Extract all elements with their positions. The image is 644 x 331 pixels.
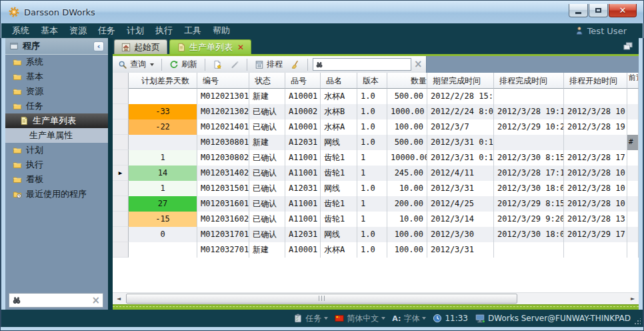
cell-expect[interactable]: 2012/4/11 [427, 166, 494, 181]
cell-extra[interactable] [627, 166, 639, 181]
cell-qty[interactable]: 10000.00 [387, 150, 427, 166]
cell-sched_start[interactable]: 2012/3/28 10:52 [564, 196, 627, 212]
cell-no[interactable]: M012030802 [197, 150, 249, 166]
cell-version[interactable]: 1.0 [357, 242, 387, 258]
sidebar-search-clear-icon[interactable]: × [91, 296, 100, 306]
cell-diff[interactable] [129, 135, 197, 150]
menu-item-0[interactable]: 系统 [12, 25, 29, 37]
cell-no[interactable]: M012021302 [197, 104, 249, 119]
cell-version[interactable]: 1 [357, 166, 387, 181]
table-row-8[interactable]: -15M012031602已确认A11001齿轮1110.002012/3/14… [113, 212, 639, 227]
cell-item_name[interactable]: 网线 [321, 181, 357, 196]
table-row-7[interactable]: 27M012031601已确认A11001齿轮11200.002012/4/25… [113, 196, 639, 212]
cell-sched_end[interactable]: 2012/3/28 19:10 [494, 104, 564, 119]
cell-item_name[interactable]: 网线 [321, 135, 357, 150]
horizontal-scrollbar[interactable]: ◄ ► [113, 292, 639, 304]
cell-no[interactable]: M012031501 [197, 181, 249, 196]
cell-no[interactable]: M012031602 [197, 212, 249, 227]
cell-no[interactable]: M012031402 [197, 166, 249, 181]
menu-item-2[interactable]: 资源 [69, 25, 87, 37]
tab-1[interactable]: 生产单列表✕ [169, 39, 251, 54]
cell-item_name[interactable]: 水杯A [321, 119, 357, 135]
cell-qty[interactable]: 10.00 [387, 212, 427, 227]
cell-qty[interactable]: 100.00 [387, 242, 427, 258]
cell-diff[interactable] [129, 89, 197, 104]
cell-diff[interactable]: 27 [129, 196, 197, 212]
row-selector[interactable] [113, 212, 129, 227]
cell-qty[interactable]: 245.00 [387, 166, 427, 181]
sidebar-item-6[interactable]: 计划 [5, 143, 108, 157]
cell-status[interactable]: 已确认 [249, 166, 285, 181]
cell-qty[interactable]: 100.00 [387, 227, 427, 242]
scroll-left-button[interactable]: ◄ [113, 293, 125, 305]
row-selector[interactable] [113, 150, 129, 166]
scrollbar-thumb[interactable] [126, 294, 517, 304]
cell-item_no[interactable]: A10001 [285, 89, 321, 104]
cell-sched_start[interactable] [564, 242, 627, 258]
cell-item_no[interactable]: A11001 [285, 166, 321, 181]
cell-item_name[interactable]: 齿轮1 [321, 150, 357, 166]
cell-diff[interactable]: 1 [129, 181, 197, 196]
cell-sched_end[interactable]: 2012/3/28 17:13 [494, 166, 564, 181]
row-selector[interactable] [113, 227, 129, 242]
cell-status[interactable]: 新建 [249, 242, 285, 258]
edit-button-disabled[interactable] [227, 59, 242, 71]
scrollbar-track[interactable] [125, 293, 627, 305]
cell-expect[interactable]: 2012/2/24 8:00 [427, 104, 494, 119]
cell-sched_start[interactable]: 2012/3/28 17:13 [564, 150, 627, 166]
row-selector[interactable] [113, 104, 129, 119]
sidebar-search-input[interactable] [24, 295, 89, 306]
cell-status[interactable]: 已确认 [249, 150, 285, 166]
cell-version[interactable]: 1.0 [357, 104, 387, 119]
cell-sched_end[interactable] [494, 89, 564, 104]
cell-status[interactable]: 已确认 [249, 104, 285, 119]
sidebar-item-3[interactable]: 任务 [5, 99, 108, 113]
cell-status[interactable]: 已确认 [249, 181, 285, 196]
cell-expect[interactable]: 2012/3/14 [427, 212, 494, 227]
column-header-3[interactable]: 品号 [285, 73, 321, 89]
tab-0[interactable]: 起始页 [114, 39, 167, 54]
toolbar-search-clear-icon[interactable]: × [414, 59, 423, 69]
cell-version[interactable]: 1 [357, 212, 387, 227]
cell-item_no[interactable]: A12031 [285, 181, 321, 196]
column-header-8[interactable]: 排程完成时间 [494, 73, 564, 89]
sidebar-item-7[interactable]: 执行 [5, 157, 108, 172]
cell-item_no[interactable]: A10002 [285, 104, 321, 119]
column-header-9[interactable]: 排程开始时间 [564, 73, 627, 89]
cell-sched_start[interactable]: 2012/3/28 10:52 [564, 166, 627, 181]
cell-item_no[interactable]: A10001 [285, 119, 321, 135]
column-header-2[interactable]: 状态 [249, 73, 285, 89]
table-row-3[interactable]: M012030801新建A12031网线1.0500.002012/3/31 0… [113, 135, 639, 150]
cell-version[interactable]: 1.0 [357, 135, 387, 150]
table-row-9[interactable]: 0M012031701已确认A12031网线1.0100.002012/3/30… [113, 227, 639, 242]
cell-expect[interactable]: 2012/2/28 15:00 [427, 89, 494, 104]
table-row-2[interactable]: -22M012021401已确认A10001水杯A1.0100.002012/3… [113, 119, 639, 135]
cell-status[interactable]: 已确认 [249, 227, 285, 242]
cell-sched_end[interactable]: 2012/3/30 18:00 [494, 181, 564, 196]
menu-item-5[interactable]: 执行 [155, 25, 173, 37]
new-button[interactable] [210, 59, 225, 71]
cell-qty[interactable]: 500.00 [387, 89, 427, 104]
cell-no[interactable]: M012031701 [197, 227, 249, 242]
cell-expect[interactable]: 2012/3/31 [427, 181, 494, 196]
cell-extra[interactable] [627, 196, 639, 212]
table-row-5[interactable]: ▶14M012031402已确认A11001齿轮11245.002012/4/1… [113, 166, 639, 181]
tab-close-icon[interactable]: ✕ [237, 43, 244, 52]
cell-extra[interactable] [627, 104, 639, 119]
cell-item_name[interactable]: 网线 [321, 227, 357, 242]
schedule-button[interactable]: 排程 [252, 57, 285, 71]
row-selector[interactable] [113, 135, 129, 150]
resize-grip[interactable] [634, 318, 641, 325]
column-header-6[interactable]: 数量 [387, 73, 427, 89]
cell-diff[interactable]: -22 [129, 119, 197, 135]
cell-sched_end[interactable]: 2012/3/30 8:15 [494, 150, 564, 166]
table-row-1[interactable]: -33M012021302已确认A10002水杯B1.01000.002012/… [113, 104, 639, 119]
cell-no[interactable]: M012031601 [197, 196, 249, 212]
cell-no[interactable]: M012021301 [197, 89, 249, 104]
task-menu[interactable]: 任务 [293, 313, 328, 324]
cell-item_no[interactable]: A10001 [285, 242, 321, 258]
cell-diff[interactable]: 0 [129, 227, 197, 242]
font-menu[interactable]: A: 字体 [392, 313, 426, 324]
cell-extra[interactable]: # [627, 135, 639, 150]
sidebar-item-4[interactable]: 生产单列表 [5, 113, 108, 128]
